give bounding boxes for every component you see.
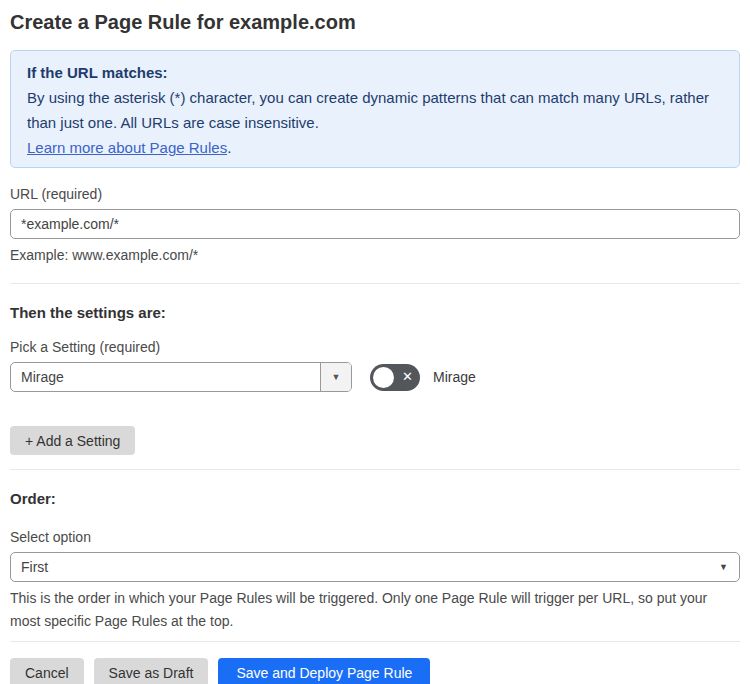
toggle-knob — [373, 367, 394, 388]
url-example-text: Example: www.example.com/* — [10, 244, 740, 267]
order-help-text: This is the order in which your Page Rul… — [10, 587, 716, 633]
info-box-link-line: Learn more about Page Rules. — [27, 135, 723, 160]
save-draft-button[interactable]: Save as Draft — [94, 658, 209, 684]
order-select[interactable]: First ▼ — [10, 552, 740, 582]
setting-select[interactable]: Mirage ▼ — [10, 362, 352, 392]
url-label: URL (required) — [10, 186, 740, 202]
url-match-info-box: If the URL matches: By using the asteris… — [10, 50, 740, 168]
learn-more-link[interactable]: Learn more about Page Rules — [27, 139, 227, 156]
order-select-value: First — [11, 553, 739, 581]
mirage-toggle[interactable]: ✕ — [370, 364, 420, 391]
setting-select-value: Mirage — [11, 363, 320, 391]
toggle-label: Mirage — [433, 369, 476, 385]
order-section-heading: Order: — [10, 490, 740, 507]
link-suffix: . — [227, 139, 231, 156]
divider — [10, 283, 740, 284]
divider — [10, 469, 740, 470]
setting-row: Mirage ▼ ✕ Mirage — [10, 362, 740, 392]
cancel-button[interactable]: Cancel — [10, 658, 84, 684]
add-setting-button[interactable]: + Add a Setting — [10, 426, 135, 455]
footer-actions: Cancel Save as Draft Save and Deploy Pag… — [10, 658, 740, 684]
settings-section-heading: Then the settings are: — [10, 304, 740, 321]
chevron-down-icon[interactable]: ▼ — [320, 363, 351, 391]
create-page-rule-form: Create a Page Rule for example.com If th… — [0, 0, 750, 684]
url-input[interactable] — [10, 209, 740, 239]
chevron-down-icon: ▼ — [719, 562, 728, 572]
divider — [10, 641, 740, 642]
info-box-body: By using the asterisk (*) character, you… — [27, 85, 723, 135]
pick-setting-label: Pick a Setting (required) — [10, 339, 740, 355]
toggle-off-x-icon: ✕ — [402, 370, 413, 383]
save-deploy-button[interactable]: Save and Deploy Page Rule — [218, 658, 430, 684]
page-title: Create a Page Rule for example.com — [10, 8, 740, 36]
order-label: Select option — [10, 529, 740, 545]
info-box-heading: If the URL matches: — [27, 60, 723, 85]
